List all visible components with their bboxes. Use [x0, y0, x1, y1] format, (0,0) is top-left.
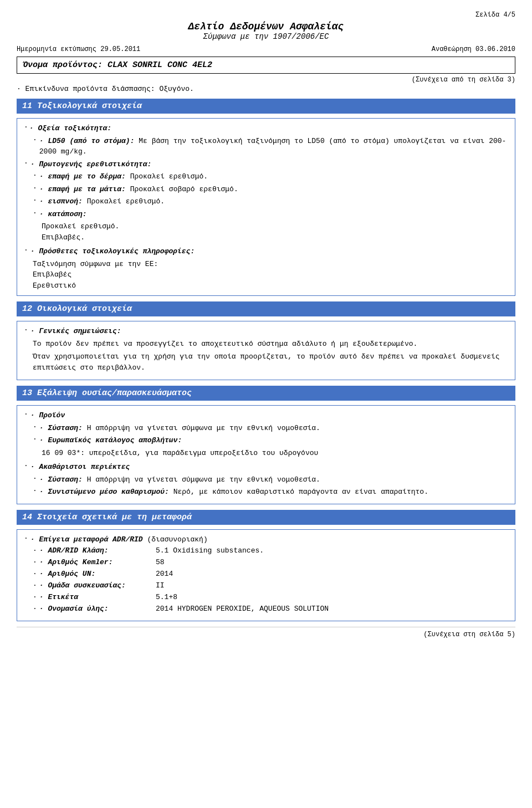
- eyes-item: · · επαφή με τα μάτια: Προκαλεί σοβαρό ε…: [33, 184, 508, 195]
- ingestion-item: · · κατάποση:: [33, 209, 508, 220]
- bullet-icon: ·: [33, 605, 37, 613]
- bullet-icon: ·: [33, 196, 37, 204]
- additional-item: · · Πρόσθετες τοξικολογικές πληροφορίες:: [24, 246, 508, 257]
- bullet-icon: ·: [24, 326, 28, 334]
- bullet-icon: ·: [33, 593, 37, 601]
- bullet-icon: ·: [33, 546, 37, 555]
- section13-header: 13 Εξάλειψη ουσίας/παρασκευάσματος: [17, 386, 515, 401]
- bullet-icon: ·: [33, 423, 37, 431]
- kemler-value: 58: [156, 558, 508, 568]
- general-item: · · Γενικές σημειώσεις:: [24, 326, 508, 337]
- eyes-label: · επαφή με τα μάτια: Προκαλεί σοβαρό ερε…: [39, 184, 238, 195]
- additional-text3: Ερεθιστικό: [33, 280, 508, 292]
- general-text2: Όταν χρησιμοποιείται για τη χρήση για τη…: [33, 351, 508, 373]
- class-value: 5.1 Oxidising substances.: [156, 546, 508, 556]
- bullet-icon: ·: [24, 246, 28, 254]
- general-text1: Το προϊόν δεν πρέπει να προσεγγίζει το α…: [33, 339, 508, 350]
- un-value: 2014: [156, 570, 508, 580]
- section11-header: 11 Τοξικολογικά στοιχεία: [17, 99, 515, 114]
- continuation-from: (Συνέχεια από τη σελίδα 3): [17, 76, 515, 84]
- section14-content: · · Επίγεια μεταφορά ADR/RID (διασυνορια…: [17, 529, 515, 622]
- section13-content: · · Προϊόν · · Σύσταση: Η απόρριψη να γί…: [17, 405, 515, 504]
- doc-title-line2: Σύμφωνα με την 1907/2006/EC: [17, 32, 515, 41]
- name-row: · · Ονομασία ύλης: 2014 HYDROGEN PEROXID…: [33, 605, 508, 615]
- bullet-icon: ·: [33, 435, 37, 443]
- bullet-icon: ·: [33, 558, 37, 566]
- section11-content: · · Οξεία τοξικότητα: · · LD50 (από το σ…: [17, 118, 515, 296]
- inhalation-item: · · εισπνοή: Προκαλεί ερεθισμό.: [33, 196, 508, 207]
- label-label: · Ετικέτα: [39, 593, 78, 601]
- class-label: · ADR/RID Κλάση:: [39, 546, 109, 555]
- doc-title: Δελτίο Δεδομένων Ασφαλείας Σύμφωνα με τη…: [17, 21, 515, 41]
- section12-header: 12 Οικολογικά στοιχεία: [17, 301, 515, 316]
- disposal-item: · · Σύσταση: Η απόρριψη να γίνεται σύμφω…: [33, 423, 508, 434]
- primary-irritation-label: · Πρωτογενής ερεθιστικότητα:: [30, 159, 151, 170]
- meta-row: Ημερομηνία εκτύπωσης 29.05.2011 Αναθεώρη…: [17, 45, 515, 53]
- doc-title-line1: Δελτίο Δεδομένων Ασφαλείας: [17, 21, 515, 32]
- section14-header: 14 Στοιχεία σχετικά με τη μεταφορά: [17, 510, 515, 525]
- general-label: · Γενικές σημειώσεις:: [30, 326, 121, 337]
- acute-toxicity-text: · Οξεία τοξικότητα:: [29, 123, 111, 134]
- un-label: · Αριθμός UN:: [39, 570, 95, 578]
- packing-label: · Ομάδα συσκευασίας:: [39, 581, 126, 590]
- ingestion-label: · κατάποση:: [39, 209, 87, 220]
- ingestion-text2: Επιβλαβές.: [42, 232, 508, 243]
- additional-label: · Πρόσθετες τοξικολογικές πληροφορίες:: [30, 246, 195, 257]
- bullet-icon: ·: [24, 534, 28, 543]
- acute-toxicity-label: · · Οξεία τοξικότητα:: [24, 123, 508, 134]
- skin-label: · επαφή με το δέρμα: Προκαλεί ερεθισμό.: [39, 171, 208, 182]
- cleaning-item: · · Συνιστώμενο μέσο καθαρισμού: Νερό, μ…: [33, 487, 508, 498]
- impure-label: · · Ακαθάριστοι περιέκτες: [24, 462, 508, 473]
- continuation-bottom: (Συνέχεια στη σελίδα 5): [17, 627, 515, 638]
- ld50-item: · · LD50 (από το στόμα): Με βάση την τοξ…: [33, 136, 508, 157]
- label-value: 5.1+8: [156, 593, 508, 603]
- section12-content: · · Γενικές σημειώσεις: Το προϊόν δεν πρ…: [17, 321, 515, 380]
- disposal-text: · Σύσταση: Η απόρριψη να γίνεται σύμφωνα…: [39, 423, 320, 434]
- inhalation-text: Προκαλεί ερεθισμό.: [87, 197, 165, 206]
- product-label: · · Προϊόν: [24, 410, 508, 421]
- un-row: · · Αριθμός UN: 2014: [33, 570, 508, 580]
- product-name-box: Όνομα προϊόντος: CLAX SONRIL CONC 4EL2: [17, 57, 515, 74]
- revision-date: Αναθεώρηση 03.06.2010: [432, 45, 515, 53]
- packing-value: II: [156, 581, 508, 591]
- eu-catalogue-detail: 16 09 03*: υπεροξείδια, για παράδειγμα υ…: [42, 448, 508, 459]
- class-row: · · ADR/RID Κλάση: 5.1 Oxidising substan…: [33, 546, 508, 556]
- bullet-icon: ·: [24, 410, 28, 418]
- hazard-line: · Επικίνδυνα προϊόντα διάσπασης: Οξυγόνο…: [17, 85, 515, 93]
- bullet-icon: ·: [33, 209, 37, 217]
- ingestion-text1: Προκαλεί ερεθισμό.: [42, 221, 508, 232]
- skin-item: · · επαφή με το δέρμα: Προκαλεί ερεθισμό…: [33, 171, 508, 182]
- impure-disposal-item: · · Σύσταση: Η απόρριψη να γίνεται σύμφω…: [33, 474, 508, 485]
- bullet-icon: ·: [33, 487, 37, 495]
- eu-catalogue-text: · Ευρωπαϊκός κατάλογος αποβλήτων:: [39, 435, 182, 446]
- kemler-row: · · Αριθμός Kemler: 58: [33, 558, 508, 568]
- bullet-icon: ·: [24, 123, 28, 131]
- cleaning-text: · Συνιστώμενο μέσο καθαρισμού: Νερό, με …: [39, 487, 428, 498]
- skin-text: Προκαλεί ερεθισμό.: [130, 172, 208, 181]
- road-item: · · Επίγεια μεταφορά ADR/RID (διασυνορια…: [24, 534, 508, 545]
- inhalation-label: · εισπνοή: Προκαλεί ερεθισμό.: [39, 196, 165, 207]
- impure-disposal-text: · Σύσταση: Η απόρριψη να γίνεται σύμφωνα…: [39, 474, 320, 485]
- bullet-icon: ·: [24, 159, 28, 167]
- additional-text1: Ταξινόμηση σύμφωνα με την ΕΕ:: [33, 259, 508, 270]
- impure-text: · Ακαθάριστοι περιέκτες: [30, 462, 130, 473]
- kemler-label: · Αριθμός Kemler:: [39, 558, 113, 566]
- print-date: Ημερομηνία εκτύπωσης 29.05.2011: [17, 45, 140, 53]
- packing-row: · · Ομάδα συσκευασίας: II: [33, 581, 508, 591]
- page-number: Σελίδα 4/5: [17, 11, 515, 19]
- bullet-icon: ·: [33, 570, 37, 578]
- bullet-icon: ·: [33, 474, 37, 483]
- bullet-icon: ·: [33, 171, 37, 180]
- road-text: · Επίγεια μεταφορά ADR/RID (διασυνοριακή…: [30, 534, 208, 545]
- product-text: · Προϊόν: [30, 410, 65, 421]
- ld50-label: · LD50 (από το στόμα): Με βάση την τοξικ…: [39, 136, 508, 157]
- label-row: · · Ετικέτα 5.1+8: [33, 593, 508, 603]
- eyes-text: Προκαλεί σοβαρό ερεθισμό.: [130, 185, 238, 193]
- eu-catalogue-item: · · Ευρωπαϊκός κατάλογος αποβλήτων:: [33, 435, 508, 446]
- additional-text2: Επιβλαβές: [33, 269, 508, 280]
- bullet-icon: ·: [33, 136, 37, 144]
- name-value: 2014 HYDROGEN PEROXIDE, AQUEOUS SOLUTION: [156, 605, 508, 615]
- bullet-icon: ·: [33, 581, 37, 590]
- name-label: · Ονομασία ύλης:: [39, 605, 109, 613]
- bullet-icon: ·: [24, 462, 28, 470]
